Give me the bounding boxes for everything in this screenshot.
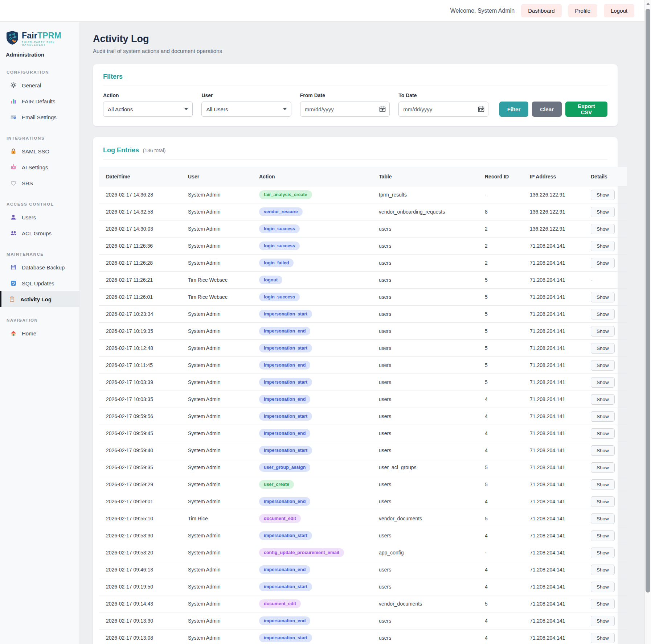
show-button[interactable]: Show xyxy=(591,326,615,337)
from-date-input[interactable] xyxy=(300,102,390,117)
sidebar-item-label: ACL Groups xyxy=(22,230,52,236)
show-button[interactable]: Show xyxy=(591,582,615,592)
cell-user: System Admin xyxy=(181,238,252,255)
cell-details: Show xyxy=(584,527,627,544)
sidebar-item-saml-sso[interactable]: SAML SSO xyxy=(0,143,79,159)
scrollbar-thumb[interactable] xyxy=(646,9,650,593)
action-badge: impersonation_start xyxy=(259,531,312,540)
cell-record-id: 8 xyxy=(478,203,523,220)
calendar-icon[interactable] xyxy=(379,106,386,113)
action-select[interactable]: All Actions xyxy=(103,102,193,117)
sidebar-item-fair-defaults[interactable]: FAIR Defaults xyxy=(0,93,79,109)
show-button[interactable]: Show xyxy=(591,309,615,319)
action-badge: impersonation_end xyxy=(259,395,310,404)
export-csv-button[interactable]: Export CSV xyxy=(565,102,607,117)
action-badge: config_update_procurement_email xyxy=(259,548,344,557)
cell-record-id: - xyxy=(478,186,523,203)
show-button[interactable]: Show xyxy=(591,599,615,609)
sidebar-item-database-backup[interactable]: Database Backup xyxy=(0,259,79,275)
cell-user: System Admin xyxy=(181,459,252,476)
cell-record-id: 5 xyxy=(478,289,523,306)
table-row: 2026-02-17 10:03:35 System Admin imperso… xyxy=(99,391,627,408)
top-bar: Welcome, System Admin Dashboard Profile … xyxy=(0,0,651,22)
show-button[interactable]: Show xyxy=(591,445,615,456)
cell-user: System Admin xyxy=(181,374,252,391)
profile-button[interactable]: Profile xyxy=(568,4,598,17)
cell-record-id: 4 xyxy=(478,612,523,629)
calendar-icon[interactable] xyxy=(478,106,485,113)
cell-table: users xyxy=(372,238,478,255)
show-button[interactable]: Show xyxy=(591,190,615,200)
clear-button[interactable]: Clear xyxy=(532,102,562,117)
filters-card: Filters Action All Actions User All User… xyxy=(93,64,618,126)
sidebar-item-sql-updates[interactable]: SQL Updates xyxy=(0,275,79,291)
show-button[interactable]: Show xyxy=(591,565,615,575)
dashboard-button[interactable]: Dashboard xyxy=(521,4,561,17)
show-button[interactable]: Show xyxy=(591,479,615,490)
show-button[interactable]: Show xyxy=(591,377,615,388)
user-filter-field: User All Users xyxy=(201,92,291,117)
show-button[interactable]: Show xyxy=(591,513,615,524)
shield-logo-icon xyxy=(6,30,19,46)
cell-table: users xyxy=(372,323,478,340)
show-button[interactable]: Show xyxy=(591,360,615,371)
vertical-scrollbar[interactable] xyxy=(644,0,651,644)
action-badge: impersonation_end xyxy=(259,497,310,506)
sidebar-item-ai-settings[interactable]: AI Settings xyxy=(0,159,79,175)
cell-table: users xyxy=(372,255,478,272)
show-button[interactable]: Show xyxy=(591,241,615,251)
cell-table: vendor_documents xyxy=(372,510,478,527)
log-table-body: 2026-02-17 14:36:28 System Admin fair_an… xyxy=(99,186,627,644)
show-button[interactable]: Show xyxy=(591,462,615,473)
show-button[interactable]: Show xyxy=(591,411,615,422)
sidebar-item-users[interactable]: Users xyxy=(0,209,79,225)
show-button[interactable]: Show xyxy=(591,531,615,541)
cell-ip: 71.208.204.141 xyxy=(523,612,584,629)
user-select[interactable]: All Users xyxy=(201,102,291,117)
show-button[interactable]: Show xyxy=(591,224,615,234)
show-button[interactable]: Show xyxy=(591,292,615,302)
sidebar-item-home[interactable]: Home xyxy=(0,325,79,341)
cell-user: System Admin xyxy=(181,306,252,323)
cell-record-id: 4 xyxy=(478,578,523,595)
sidebar-item-general[interactable]: General xyxy=(0,77,79,93)
cell-details: Show xyxy=(584,203,627,220)
scroll-up-arrow-icon[interactable] xyxy=(646,3,650,5)
filter-button[interactable]: Filter xyxy=(499,102,529,117)
show-button[interactable]: Show xyxy=(591,548,615,558)
sidebar-item-srs[interactable]: SRS xyxy=(0,175,79,191)
table-row: 2026-02-17 09:59:40 System Admin imperso… xyxy=(99,442,627,459)
brand-fair: Fair xyxy=(22,31,37,40)
users-group-icon xyxy=(10,230,17,236)
show-button[interactable]: Show xyxy=(591,496,615,507)
log-entries-title: Log Entries xyxy=(103,146,139,154)
cell-record-id: 2 xyxy=(478,220,523,238)
cell-user: System Admin xyxy=(181,340,252,357)
table-row: 2026-02-17 09:59:45 System Admin imperso… xyxy=(99,425,627,442)
cell-details: Show xyxy=(584,186,627,203)
cell-datetime: 2026-02-17 10:03:35 xyxy=(99,391,181,408)
cell-table: users xyxy=(372,357,478,374)
logout-button[interactable]: Logout xyxy=(604,4,634,17)
cell-user: System Admin xyxy=(181,357,252,374)
cell-table: users xyxy=(372,391,478,408)
cell-record-id: 5 xyxy=(478,459,523,476)
cell-table: users xyxy=(372,442,478,459)
show-button[interactable]: Show xyxy=(591,343,615,354)
column-header-table: Table xyxy=(372,167,478,186)
to-date-input[interactable] xyxy=(398,102,488,117)
show-button[interactable]: Show xyxy=(591,207,615,217)
show-button[interactable]: Show xyxy=(591,633,615,643)
show-button[interactable]: Show xyxy=(591,428,615,439)
sidebar-item-activity-log[interactable]: Activity Log xyxy=(0,291,79,307)
to-date-field: To Date xyxy=(398,92,488,117)
cell-record-id: 4 xyxy=(478,493,523,510)
sidebar-item-email-settings[interactable]: Email Settings xyxy=(0,109,79,125)
sidebar-item-acl-groups[interactable]: ACL Groups xyxy=(0,225,79,241)
cell-user: System Admin xyxy=(181,220,252,238)
show-button[interactable]: Show xyxy=(591,258,615,268)
show-button[interactable]: Show xyxy=(591,394,615,405)
show-button[interactable]: Show xyxy=(591,616,615,626)
cell-datetime: 2026-02-17 09:53:20 xyxy=(99,544,181,561)
action-filter-field: Action All Actions xyxy=(103,92,193,117)
